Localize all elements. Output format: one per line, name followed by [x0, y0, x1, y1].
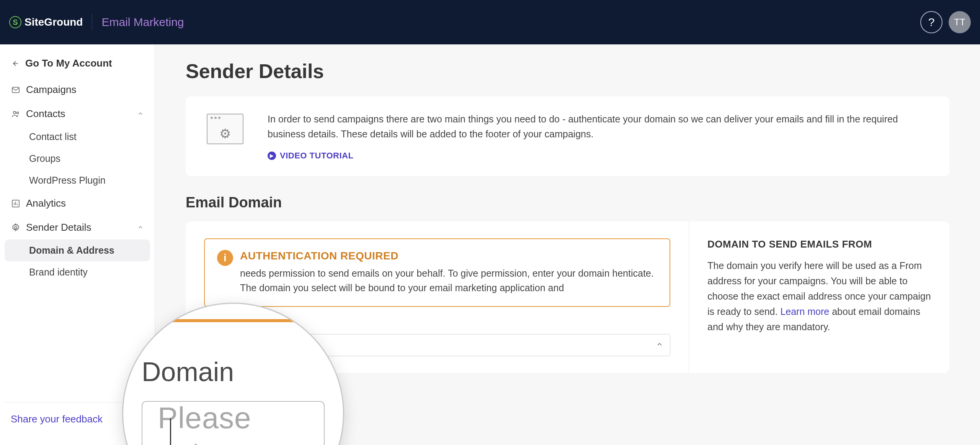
sidebar-item-brand-identity[interactable]: Brand identity [5, 261, 150, 283]
sidebar-item-wordpress-plugin[interactable]: WordPress Plugin [5, 170, 150, 191]
page-title: Sender Details [186, 60, 949, 83]
video-tutorial-link[interactable]: ▶ VIDEO TUTORIAL [268, 151, 931, 161]
sidebar-item-domain-address[interactable]: Domain & Address [5, 240, 150, 261]
chevron-up-icon [137, 108, 144, 120]
people-icon [11, 109, 21, 119]
back-label: Go To My Account [25, 57, 112, 69]
back-to-account-link[interactable]: Go To My Account [5, 54, 150, 73]
svg-rect-0 [12, 87, 19, 93]
sidebar-item-groups[interactable]: Groups [5, 148, 150, 170]
magnified-placeholder: Please enter [156, 401, 310, 445]
chevron-up-icon [137, 222, 144, 233]
info-icon: i [217, 250, 233, 266]
section-title: Email Domain [186, 194, 949, 211]
question-icon: ? [928, 16, 935, 29]
sidebar-item-contact-list[interactable]: Contact list [5, 126, 150, 148]
info-description: In order to send campaigns there are two… [268, 112, 931, 142]
magnified-domain-input[interactable]: Please enter [142, 401, 325, 445]
right-panel-description: The domain you verify here will be used … [707, 258, 931, 334]
arrow-left-icon [11, 59, 21, 68]
envelope-icon [11, 85, 21, 95]
main-header: S SiteGround Email Marketing ? TT [0, 0, 980, 44]
logo-text: SiteGround [24, 16, 83, 28]
header-left: S SiteGround Email Marketing [9, 14, 184, 31]
info-card: ⚙ In order to send campaigns there are t… [186, 96, 949, 176]
play-icon: ▶ [268, 152, 276, 160]
sidebar-item-analytics[interactable]: Analytics [5, 191, 150, 215]
video-tutorial-label: VIDEO TUTORIAL [280, 151, 353, 161]
sidebar-item-contacts[interactable]: Contacts [5, 102, 150, 126]
settings-window-icon: ⚙ [204, 112, 246, 146]
help-button[interactable]: ? [920, 11, 942, 33]
product-name: Email Marketing [101, 16, 184, 29]
text-caret-icon [170, 419, 171, 445]
magnified-domain-label: Domain [142, 357, 325, 387]
logo-icon: S [9, 16, 21, 28]
logo[interactable]: S SiteGround [9, 16, 83, 28]
svg-point-1 [13, 111, 16, 114]
learn-more-link[interactable]: Learn more [780, 306, 829, 317]
header-right: ? TT [920, 11, 971, 33]
sidebar-item-label: Analytics [26, 197, 66, 209]
avatar[interactable]: TT [949, 11, 971, 33]
domain-right-panel: DOMAIN TO SEND EMAILS FROM The domain yo… [689, 222, 949, 373]
sidebar-item-sender-details[interactable]: Sender Details [5, 215, 150, 240]
alert-body: needs permission to send emails on your … [240, 266, 657, 296]
sidebar-item-campaigns[interactable]: Campaigns [5, 78, 150, 102]
svg-point-2 [17, 112, 19, 114]
svg-point-4 [15, 227, 17, 229]
authentication-alert: i AUTHENTICATION REQUIRED needs permissi… [204, 238, 670, 307]
sidebar-item-label: Campaigns [26, 84, 77, 96]
sidebar-item-label: Sender Details [26, 222, 91, 233]
alert-title: AUTHENTICATION REQUIRED [240, 250, 657, 262]
right-panel-heading: DOMAIN TO SEND EMAILS FROM [707, 238, 931, 250]
chart-icon [11, 199, 21, 209]
sidebar-item-label: Contacts [26, 108, 65, 120]
divider-icon [92, 14, 92, 31]
gear-icon [11, 223, 21, 233]
